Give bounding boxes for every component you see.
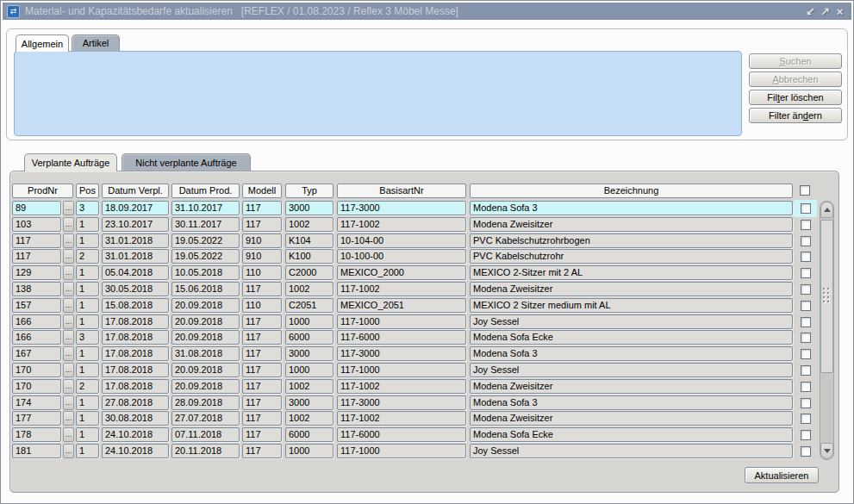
column-header-typ[interactable]: Typ	[285, 184, 333, 198]
row-checkbox[interactable]	[801, 398, 811, 408]
cell-bezeichnung[interactable]: Modena Zweisitzer	[470, 379, 793, 394]
cell-pos[interactable]: 3	[76, 201, 99, 215]
cell-datum-prod[interactable]: 30.11.2017	[171, 217, 240, 232]
cell-modell[interactable]: 117	[242, 411, 282, 426]
cell-datum-verpl[interactable]: 31.01.2018	[102, 249, 169, 264]
cell-datum-prod[interactable]: 19.05.2022	[171, 233, 240, 248]
cell-datum-prod[interactable]: 28.09.2018	[171, 395, 240, 410]
cell-datum-prod[interactable]: 20.09.2018	[171, 314, 240, 329]
cell-basisartnr[interactable]: 117-1000	[337, 444, 466, 458]
cell-datum-prod[interactable]: 15.06.2018	[171, 282, 240, 296]
cell-datum-verpl[interactable]: 30.05.2018	[102, 282, 169, 296]
cell-datum-verpl[interactable]: 18.09.2017	[102, 201, 169, 215]
cell-typ[interactable]: 3000	[285, 395, 333, 410]
cell-typ[interactable]: 1002	[285, 282, 333, 296]
cell-basisartnr[interactable]: 117-1000	[337, 314, 466, 329]
cell-datum-verpl[interactable]: 24.10.2018	[102, 427, 169, 442]
cell-basisartnr[interactable]: 117-3000	[337, 395, 466, 410]
cell-pos[interactable]: 1	[76, 282, 99, 296]
row-browse-button[interactable]: ...	[63, 444, 74, 458]
cell-typ[interactable]: 1002	[285, 217, 333, 232]
cell-pos[interactable]: 1	[76, 395, 99, 410]
row-checkbox[interactable]	[801, 284, 811, 295]
aktualisieren-button[interactable]: Aktualisieren	[745, 467, 819, 483]
cell-typ[interactable]: 6000	[285, 427, 333, 442]
cell-prodnr[interactable]: 170	[12, 379, 61, 394]
row-checkbox[interactable]	[801, 268, 811, 278]
cell-typ[interactable]: C2051	[285, 298, 333, 313]
cell-modell[interactable]: 117	[242, 363, 282, 377]
column-header-datum-prod[interactable]: Datum Prod.	[171, 184, 240, 198]
abbrechen-button[interactable]: Abbrechen	[749, 72, 842, 87]
cell-pos[interactable]: 1	[76, 265, 99, 280]
row-checkbox[interactable]	[801, 203, 811, 214]
cell-typ[interactable]: 6000	[285, 330, 333, 345]
tab-nicht-verplante-auftraege[interactable]: Nicht verplante Aufträge	[122, 153, 251, 171]
cell-pos[interactable]: 2	[76, 249, 99, 264]
cell-bezeichnung[interactable]: Modena Zweisitzer	[470, 217, 793, 232]
cell-bezeichnung[interactable]: Joy Sessel	[470, 314, 793, 329]
cell-prodnr[interactable]: 157	[12, 298, 61, 313]
tab-verplante-auftraege[interactable]: Verplante Aufträge	[24, 153, 117, 171]
filter-loeschen-button[interactable]: Filter löschen	[749, 90, 842, 105]
row-checkbox[interactable]	[801, 382, 811, 392]
cell-prodnr[interactable]: 166	[12, 314, 61, 329]
column-header-pos[interactable]: Pos	[76, 184, 99, 198]
cell-typ[interactable]: K100	[285, 249, 333, 264]
cell-pos[interactable]: 1	[76, 411, 99, 426]
cell-prodnr[interactable]: 170	[12, 363, 61, 377]
cell-basisartnr[interactable]: 117-3000	[337, 201, 466, 215]
cell-basisartnr[interactable]: 117-1002	[337, 411, 466, 426]
row-browse-button[interactable]: ...	[63, 265, 74, 280]
row-browse-button[interactable]: ...	[63, 346, 74, 361]
row-checkbox[interactable]	[801, 317, 811, 327]
cell-prodnr[interactable]: 103	[12, 217, 61, 232]
cell-datum-verpl[interactable]: 17.08.2018	[102, 346, 169, 361]
cell-pos[interactable]: 1	[76, 444, 99, 458]
cell-basisartnr[interactable]: 117-3000	[337, 346, 466, 361]
cell-bezeichnung[interactable]: PVC Kabelschutzrohr	[470, 249, 793, 264]
cell-modell[interactable]: 110	[242, 298, 282, 313]
column-header-basisartnr[interactable]: BasisartNr	[337, 184, 466, 198]
cell-bezeichnung[interactable]: Modena Sofa 3	[470, 201, 793, 215]
cell-datum-prod[interactable]: 31.10.2017	[171, 201, 240, 215]
row-checkbox[interactable]	[801, 430, 811, 440]
cell-bezeichnung[interactable]: Joy Sessel	[470, 363, 793, 377]
row-checkbox[interactable]	[801, 236, 811, 246]
cell-basisartnr[interactable]: MEXICO_2000	[337, 265, 466, 280]
cell-datum-verpl[interactable]: 31.01.2018	[102, 233, 169, 248]
cell-typ[interactable]: 3000	[285, 346, 333, 361]
cell-prodnr[interactable]: 167	[12, 346, 61, 361]
app-icon[interactable]: ⇄	[7, 5, 20, 18]
row-browse-button[interactable]: ...	[63, 427, 74, 442]
cell-datum-prod[interactable]: 31.08.2018	[171, 346, 240, 361]
cell-modell[interactable]: 117	[242, 444, 282, 458]
cell-typ[interactable]: 1000	[285, 314, 333, 329]
row-browse-button[interactable]: ...	[63, 217, 74, 232]
cell-typ[interactable]: 1002	[285, 411, 333, 426]
cell-prodnr[interactable]: 129	[12, 265, 61, 280]
row-browse-button[interactable]: ...	[63, 249, 74, 264]
cell-modell[interactable]: 117	[242, 201, 282, 215]
cell-datum-verpl[interactable]: 05.04.2018	[102, 265, 169, 280]
cell-prodnr[interactable]: 138	[12, 282, 61, 296]
cell-datum-prod[interactable]: 20.09.2018	[171, 330, 240, 345]
row-checkbox[interactable]	[801, 220, 811, 230]
cell-prodnr[interactable]: 181	[12, 444, 61, 458]
row-browse-button[interactable]: ...	[63, 379, 74, 394]
cell-pos[interactable]: 1	[76, 346, 99, 361]
row-checkbox[interactable]	[801, 252, 811, 262]
row-checkbox[interactable]	[801, 349, 811, 359]
row-checkbox[interactable]	[801, 301, 811, 311]
cell-bezeichnung[interactable]: Modena Sofa 3	[470, 395, 793, 410]
scrollbar-thumb[interactable]	[820, 220, 833, 373]
cell-pos[interactable]: 2	[76, 379, 99, 394]
cell-prodnr[interactable]: 166	[12, 330, 61, 345]
cell-basisartnr[interactable]: 117-1002	[337, 282, 466, 296]
cell-datum-verpl[interactable]: 27.08.2018	[102, 395, 169, 410]
cell-basisartnr[interactable]: 117-1002	[337, 217, 466, 232]
cell-pos[interactable]: 1	[76, 233, 99, 248]
cell-datum-verpl[interactable]: 17.08.2018	[102, 330, 169, 345]
cell-datum-verpl[interactable]: 17.08.2018	[102, 379, 169, 394]
cell-typ[interactable]: K104	[285, 233, 333, 248]
